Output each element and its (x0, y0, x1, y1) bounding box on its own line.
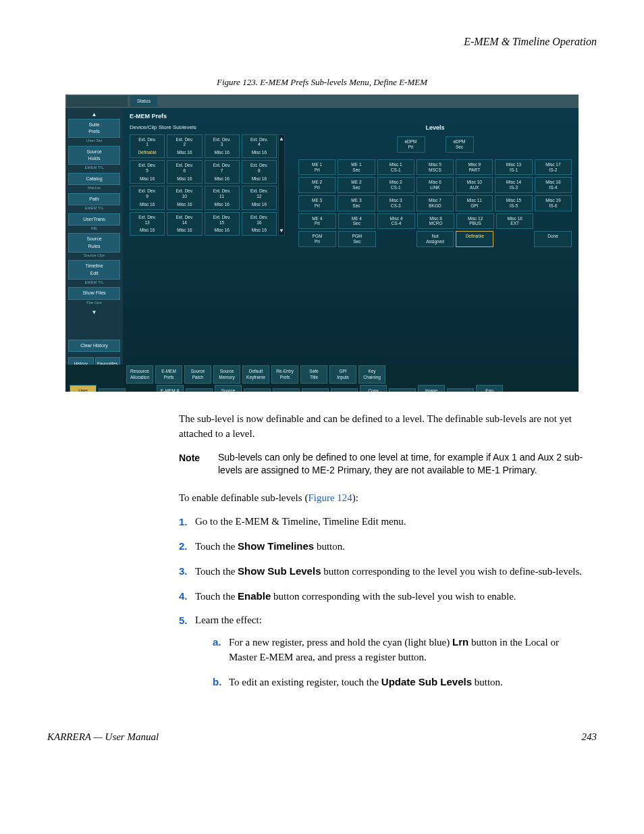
level-cell[interactable]: Misc 14IS-3 (495, 177, 532, 193)
level-cell[interactable]: NotAssigned (417, 231, 454, 247)
level-cell[interactable]: PGMPri (298, 231, 336, 247)
main-panel: E-MEM Prefs Device/Clip Store Sublevels … (123, 108, 579, 365)
level-cell[interactable]: Definable (456, 231, 493, 247)
bottom-nav-button[interactable]: UserSetups (70, 385, 97, 392)
bottom-nav-button[interactable]: ME (244, 388, 271, 392)
level-cell[interactable]: Misc 18IS-4 (535, 177, 572, 193)
bottom-nav-button[interactable]: Macros (186, 388, 213, 392)
level-cell[interactable]: Misc 4CS-4 (377, 213, 415, 230)
sublevel-cell[interactable]: Ext. Dev.14Misc 16 (167, 212, 202, 236)
sublevel-cell[interactable]: Ext. Dev.7Misc 16 (205, 160, 240, 184)
sidebar-item[interactable]: SuitePrefs (68, 119, 120, 138)
bottom-nav-button[interactable]: SourceOps (215, 385, 242, 392)
level-cell[interactable]: Misc 8MCRO (417, 213, 455, 230)
level-cell[interactable]: ME 4Pri (298, 213, 336, 230)
level-cell[interactable]: Misc 7BKGD (417, 195, 454, 211)
edpm-pri-cell[interactable]: eDPMPri (397, 136, 425, 153)
sidebar-item[interactable]: Catalog (68, 173, 120, 185)
level-cell[interactable]: ME 2Pri (298, 177, 336, 193)
sublevel-cell[interactable]: Ext. Dev.9Misc 16 (130, 186, 165, 209)
level-cell[interactable]: ME 1Sec (338, 159, 375, 176)
sidebar-item[interactable]: Path (68, 193, 120, 205)
level-cell[interactable]: Misc 9PART (456, 159, 493, 176)
level-cell[interactable]: Misc 13IS-1 (495, 159, 532, 176)
level-cell[interactable]: Misc 2CS-1 (377, 177, 414, 193)
sublevel-cell[interactable]: Ext. Dev.6Misc 16 (167, 160, 202, 184)
sidebar-item[interactable]: TimelineEdit (68, 260, 120, 279)
level-cell[interactable]: Misc 12PBUS (456, 213, 494, 230)
sublevel-cell[interactable]: Ext. Dev.13Misc 16 (130, 212, 165, 236)
sublevel-cell[interactable]: Ext. Dev.3Misc 16 (205, 134, 240, 158)
page-footer: KARRERA — User Manual 243 (47, 730, 597, 745)
level-cell[interactable]: Misc 3CS-3 (377, 195, 414, 211)
sublevel-cell[interactable]: Ext. Dev.5Misc 16 (130, 160, 165, 184)
tab-button[interactable]: E-MEMPrefs (155, 365, 182, 384)
bottom-nav-button[interactable]: Devices (389, 388, 416, 392)
level-cell[interactable]: ME 3Sec (338, 195, 375, 211)
bottom-nav-button[interactable]: File Ops (99, 388, 126, 392)
bottom-nav-button[interactable]: Wipes (331, 388, 358, 392)
figure-124-link[interactable]: Figure 124 (308, 492, 352, 503)
bottom-bar: ResourceAllocationE-MEMPrefsSourcePatchS… (65, 365, 579, 392)
sublevel-cell[interactable]: Ext. Dev.1Definable (130, 134, 165, 158)
sidebar-crumb: ME (68, 226, 120, 232)
level-cell[interactable]: Misc 19IS-6 (535, 195, 572, 211)
bottom-nav-button[interactable]: iDPM (302, 388, 329, 392)
levels-title: Levels (298, 124, 572, 132)
tab-button[interactable]: ResourceAllocation (126, 365, 153, 384)
sublevel-cell[interactable]: Ext. Dev.2Misc 16 (167, 134, 202, 158)
level-cell[interactable]: ME 4Sec (338, 213, 376, 230)
tab-button[interactable]: DefaultKeyframe (242, 365, 269, 384)
bottom-nav-button[interactable]: Router (447, 388, 474, 392)
level-cell[interactable]: Done (534, 231, 572, 247)
level-cell[interactable]: Misc 15IS-5 (495, 195, 532, 211)
footer-page-number: 243 (582, 730, 597, 745)
bottom-nav-button[interactable]: CopySwap (360, 385, 387, 392)
nav-scroll-down-icon[interactable]: ▼ (68, 309, 120, 317)
level-cell[interactable]: Misc 6LINK (417, 177, 454, 193)
scroll-down-icon[interactable]: ▼ (279, 228, 284, 234)
sublevel-cell[interactable]: Ext. Dev.16Misc 16 (242, 212, 277, 236)
scroll-up-icon[interactable]: ▲ (279, 136, 284, 142)
level-cell[interactable]: PGMSec (338, 231, 376, 247)
sidebar-item[interactable]: SourceHolds (68, 146, 120, 165)
clear-history-button[interactable]: Clear History (68, 340, 120, 352)
substeps-list: For a new register, press and hold the c… (213, 635, 583, 689)
bottom-nav-button[interactable]: E-MEM &Timeline (157, 385, 184, 392)
sublevel-cell[interactable]: Ext. Dev.12Misc 16 (242, 186, 277, 209)
tab-button[interactable]: KeyChaining (358, 365, 385, 384)
bottom-nav-button[interactable]: EngSetup (476, 385, 503, 392)
step-5b: To edit an existing register, touch the … (213, 675, 583, 690)
tab-button[interactable]: SourceMemory (213, 365, 240, 384)
footer-left: KARRERA — User Manual (47, 730, 159, 745)
tab-button[interactable]: GPIInputs (329, 365, 356, 384)
nav-scroll-up-icon[interactable]: ▲ (68, 111, 120, 119)
level-cell[interactable]: Misc 16EXT (496, 213, 534, 230)
sublevel-cell[interactable]: Ext. Dev.15Misc 16 (205, 212, 240, 236)
edpm-sec-cell[interactable]: eDPMSec (446, 136, 474, 153)
level-cell[interactable]: Misc 10AUX (456, 177, 493, 193)
level-cell[interactable]: Misc 1CS-1 (377, 159, 414, 176)
level-cell[interactable]: Misc 17IS-2 (535, 159, 572, 176)
screenshot-figure: Status ▲SuitePrefsUser SetSourceHoldsEME… (65, 95, 579, 392)
tab-button[interactable]: SafeTitle (300, 365, 327, 384)
sidebar-item[interactable]: UserTrans (68, 213, 120, 226)
bottom-nav-button[interactable]: Keyer (273, 388, 300, 392)
tab-button[interactable]: Re-EntryPrefs (271, 365, 298, 384)
tab-button[interactable]: SourcePatch (184, 365, 211, 384)
sidebar-item[interactable]: SourceRules (68, 233, 120, 252)
status-button[interactable]: Status (130, 96, 157, 107)
level-cell[interactable]: ME 1Pri (298, 159, 336, 176)
sublevels-panel: Device/Clip Store Sublevels Ext. Dev.1De… (130, 124, 285, 247)
sidebar-item[interactable]: Show Files (68, 287, 120, 299)
level-cell[interactable]: ME 2Sec (338, 177, 375, 193)
sublevel-cell[interactable]: Ext. Dev.4Misc 16 (242, 134, 277, 158)
level-cell[interactable]: Misc 5MSCS (417, 159, 454, 176)
sublevel-cell[interactable]: Ext. Dev.8Misc 16 (242, 160, 277, 184)
sublevel-cell[interactable]: Ext. Dev.10Misc 16 (167, 186, 202, 209)
level-cell[interactable]: Misc 11GPI (456, 195, 493, 211)
level-cell[interactable]: ME 3Pri (298, 195, 336, 211)
sublevels-scrollbar[interactable]: ▲ ▼ (278, 134, 285, 236)
bottom-nav-button[interactable]: ImageStore (418, 385, 445, 392)
sublevel-cell[interactable]: Ext. Dev.11Misc 16 (205, 186, 240, 209)
